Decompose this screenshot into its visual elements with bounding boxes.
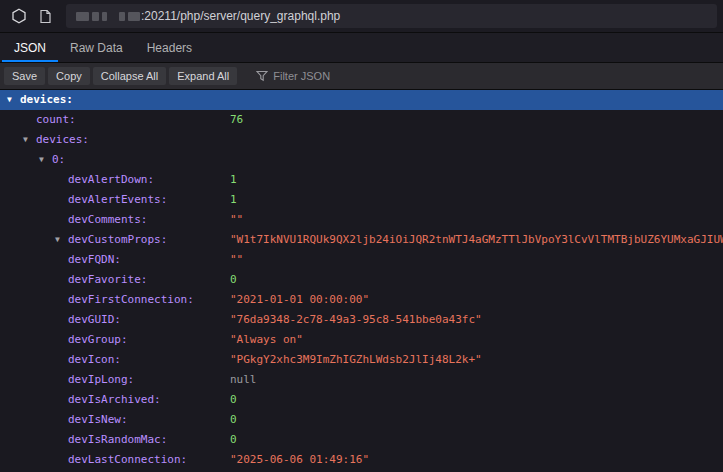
filter-json-field (256, 70, 413, 82)
tree-row[interactable]: devIpLong:null (0, 370, 723, 390)
json-key: devIsNew: (68, 413, 128, 426)
filter-json-input[interactable] (273, 70, 413, 82)
tree-row[interactable]: devIsNew:0 (0, 410, 723, 430)
tree-row[interactable]: devGroup:"Always on" (0, 330, 723, 350)
json-value: 0 (230, 410, 723, 430)
redacted-host-block (128, 12, 140, 21)
browser-chrome: :20211/php/server/query_graphql.php (0, 0, 723, 33)
json-value: "2025-06-06 01:49:16" (230, 450, 723, 470)
json-value: "2021-01-01 00:00:00" (230, 290, 723, 310)
json-value: "" (230, 210, 723, 230)
tab-json-label: JSON (14, 41, 46, 55)
json-key: devices: (20, 93, 73, 106)
copy-button[interactable]: Copy (48, 67, 90, 85)
json-value: 1 (230, 170, 723, 190)
tree-row[interactable]: devAlertDown:1 (0, 170, 723, 190)
tab-headers[interactable]: Headers (135, 33, 204, 62)
json-viewer-tabbar: JSON Raw Data Headers (0, 33, 723, 63)
chevron-down-icon[interactable]: ▼ (7, 90, 20, 110)
tree-row[interactable]: devFirstConnection:"2021-01-01 00:00:00" (0, 290, 723, 310)
tree-row[interactable]: ▼devCustomProps:"W1t7IkNVU1RQUk9QX2ljb24… (0, 230, 723, 250)
tab-raw-data-label: Raw Data (70, 41, 123, 55)
json-value: "" (230, 250, 723, 270)
redacted-host-block (92, 12, 99, 21)
json-viewer-toolbar: Save Copy Collapse All Expand All (0, 63, 723, 90)
json-key: devFavorite: (68, 273, 147, 286)
tree-row[interactable]: ▼devices: (0, 130, 723, 150)
json-key: devIsRandomMac: (68, 433, 167, 446)
json-value: "PGkgY2xhc3M9ImZhIGZhLWdsb2JlIj48L2k+" (230, 350, 723, 370)
url-text: :20211/php/server/query_graphql.php (141, 9, 340, 23)
funnel-icon (256, 70, 268, 82)
tree-row[interactable]: ▼devices: (0, 90, 723, 110)
json-key: count: (36, 113, 76, 126)
url-bar[interactable]: :20211/php/server/query_graphql.php (66, 4, 717, 28)
save-button[interactable]: Save (4, 67, 45, 85)
expand-all-button[interactable]: Expand All (169, 67, 237, 85)
tree-row[interactable]: devGUID:"76da9348-2c78-49a3-95c8-541bbe0… (0, 310, 723, 330)
json-value: 1 (230, 190, 723, 210)
tree-row[interactable]: devFavorite:0 (0, 270, 723, 290)
json-key: devFirstConnection: (68, 293, 194, 306)
tab-json[interactable]: JSON (2, 33, 58, 62)
json-value: "W1t7IkNVU1RQUk9QX2ljb24iOiJQR2tnWTJ4aGM… (230, 230, 723, 250)
json-key: devIpLong: (68, 373, 134, 386)
json-key: devComments: (68, 213, 147, 226)
json-key: devIcon: (68, 353, 121, 366)
json-value: "Always on" (230, 330, 723, 350)
redacted-host-block (76, 12, 89, 21)
tree-row[interactable]: ▼0: (0, 150, 723, 170)
tree-row[interactable]: devIcon:"PGkgY2xhc3M9ImZhIGZhLWdsb2JlIj4… (0, 350, 723, 370)
collapse-all-button[interactable]: Collapse All (93, 67, 166, 85)
tree-row[interactable]: devIsArchived:0 (0, 390, 723, 410)
json-key: devAlertDown: (68, 173, 154, 186)
json-key: devGroup: (68, 333, 128, 346)
json-tree: ▼devices:count:76▼devices:▼0:devAlertDow… (0, 90, 723, 472)
json-value: 0 (230, 270, 723, 290)
json-key: devices: (36, 133, 89, 146)
json-key: devLastConnection: (68, 453, 187, 466)
json-value: "76da9348-2c78-49a3-95c8-541bbe0a43fc" (230, 310, 723, 330)
tree-row[interactable]: devIsRandomMac:0 (0, 430, 723, 450)
json-value: 76 (230, 110, 723, 130)
json-key: devGUID: (68, 313, 121, 326)
json-key: devIsArchived: (68, 393, 161, 406)
json-value: 0 (230, 430, 723, 450)
redacted-host-block (119, 12, 125, 21)
tree-row[interactable]: devFQDN:"" (0, 250, 723, 270)
redacted-host-block (102, 12, 107, 21)
json-value: 0 (230, 390, 723, 410)
tab-headers-label: Headers (147, 41, 192, 55)
tab-raw-data[interactable]: Raw Data (58, 33, 135, 62)
shield-hexagon-icon[interactable] (6, 4, 32, 28)
json-key: devAlertEvents: (68, 193, 167, 206)
page-icon[interactable] (32, 4, 58, 28)
tree-row[interactable]: count:76 (0, 110, 723, 130)
json-value: null (230, 370, 723, 390)
tree-row[interactable]: devAlertEvents:1 (0, 190, 723, 210)
chevron-down-icon[interactable]: ▼ (39, 150, 52, 170)
json-key: devFQDN: (68, 253, 121, 266)
tree-row[interactable]: devLastConnection:"2025-06-06 01:49:16" (0, 450, 723, 470)
chevron-down-icon[interactable]: ▼ (23, 130, 36, 150)
json-key: 0: (52, 153, 65, 166)
chevron-down-icon[interactable]: ▼ (55, 230, 68, 250)
json-key: devCustomProps: (68, 233, 167, 246)
tree-row[interactable]: devComments:"" (0, 210, 723, 230)
